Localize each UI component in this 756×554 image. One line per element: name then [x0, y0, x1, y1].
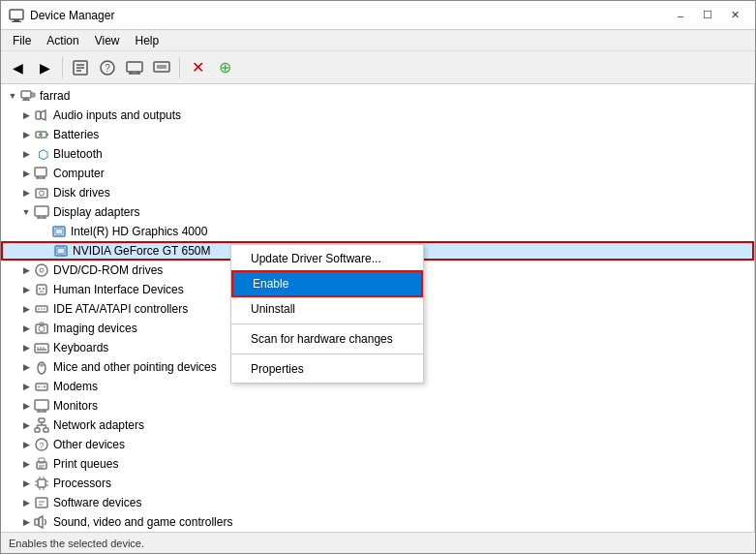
root-toggle[interactable]: ▼ — [5, 88, 20, 104]
svg-rect-90 — [36, 498, 47, 508]
window-controls: – ☐ ✕ — [668, 6, 747, 25]
toggle-dvd[interactable]: ▶ — [18, 262, 34, 278]
menu-bar: File Action View Help — [1, 30, 755, 51]
toggle-computer[interactable]: ▶ — [18, 166, 34, 181]
svg-rect-38 — [57, 248, 65, 254]
ctx-item-properties[interactable]: Properties — [231, 357, 423, 381]
icon-keyboards — [34, 340, 49, 355]
svg-point-62 — [41, 386, 43, 388]
toggle-print[interactable]: ▶ — [18, 456, 34, 472]
icon-dvd — [34, 262, 49, 278]
menu-file[interactable]: File — [5, 32, 39, 49]
toggle-processors[interactable]: ▶ — [18, 476, 34, 491]
label-imaging: Imaging devices — [53, 322, 137, 335]
icon-ide — [34, 301, 49, 317]
toggle-other[interactable]: ▶ — [18, 437, 34, 452]
root-icon — [20, 88, 36, 104]
toggle-monitors[interactable]: ▶ — [18, 398, 34, 414]
toggle-imaging[interactable]: ▶ — [18, 321, 34, 336]
svg-rect-81 — [38, 479, 45, 487]
label-software: Software devices — [53, 496, 141, 509]
minimize-button[interactable]: – — [668, 6, 693, 25]
toolbar-back[interactable]: ◀ — [5, 55, 30, 80]
tree-item-disk[interactable]: ▶ Disk drives — [1, 183, 754, 202]
svg-rect-29 — [36, 189, 47, 198]
toggle-hid[interactable]: ▶ — [18, 282, 34, 297]
toggle-network[interactable]: ▶ — [18, 417, 34, 433]
menu-help[interactable]: Help — [128, 32, 167, 49]
label-mice: Mice and other pointing devices — [53, 360, 217, 374]
label-intel: Intel(R) HD Graphics 4000 — [71, 225, 207, 238]
toggle-ide[interactable]: ▶ — [18, 301, 34, 317]
icon-nvidia — [53, 243, 69, 259]
label-disk: Disk drives — [53, 186, 110, 200]
svg-rect-25 — [35, 168, 46, 176]
tree-item-sound[interactable]: ▶ Sound, video and game controllers — [1, 512, 754, 532]
toolbar-properties[interactable] — [68, 55, 93, 80]
svg-point-43 — [43, 288, 45, 290]
svg-rect-15 — [21, 91, 31, 98]
tree-root[interactable]: ▼ farrad — [1, 86, 754, 106]
svg-rect-41 — [37, 285, 46, 294]
toolbar-disable[interactable]: ✕ — [185, 55, 210, 80]
icon-other: ? — [34, 437, 49, 452]
tree-item-display[interactable]: ▼ Display adapters — [1, 202, 754, 222]
tree-item-software[interactable]: ▶ Software devices — [1, 493, 754, 512]
label-nvidia: NVIDIA GeForce GT 650M — [73, 244, 211, 258]
tree-item-network[interactable]: ▶ Network adapters — [1, 416, 754, 435]
tree-item-monitors[interactable]: ▶ Monitors — [1, 396, 754, 416]
ctx-item-uninstall[interactable]: Uninstall — [231, 297, 423, 321]
tree-item-intel[interactable]: Intel(R) HD Graphics 4000 — [1, 222, 754, 241]
toggle-software[interactable]: ▶ — [18, 495, 34, 510]
status-text: Enables the selected device. — [9, 538, 144, 549]
toggle-sound[interactable]: ▶ — [18, 514, 34, 530]
svg-point-40 — [40, 268, 44, 272]
toggle-audio[interactable]: ▶ — [18, 108, 34, 123]
close-button[interactable]: ✕ — [722, 6, 747, 25]
label-display: Display adapters — [53, 205, 139, 219]
app-icon — [9, 8, 24, 23]
toggle-mice[interactable]: ▶ — [18, 359, 34, 375]
icon-computer — [34, 166, 49, 181]
toolbar-update[interactable]: ? — [95, 55, 120, 80]
toolbar-scan[interactable] — [122, 55, 147, 80]
toolbar-enable[interactable]: ⊕ — [212, 55, 237, 80]
toolbar-sep-1 — [62, 57, 63, 78]
menu-view[interactable]: View — [87, 32, 128, 49]
tree-item-computer[interactable]: ▶ Computer — [1, 164, 754, 183]
svg-rect-36 — [55, 229, 63, 234]
tree-item-bluetooth[interactable]: ▶ ⬡ Bluetooth — [1, 144, 754, 164]
tree-item-processors[interactable]: ▶ Processors — [1, 474, 754, 493]
icon-modems — [34, 379, 49, 394]
ctx-item-scan[interactable]: Scan for hardware changes — [231, 327, 423, 351]
svg-text:⬡: ⬡ — [38, 147, 48, 162]
toggle-display[interactable]: ▼ — [18, 204, 34, 220]
icon-sound — [34, 514, 49, 530]
toggle-batteries[interactable]: ▶ — [18, 127, 34, 142]
label-audio: Audio inputs and outputs — [53, 108, 181, 122]
toggle-bluetooth[interactable]: ▶ — [18, 146, 34, 162]
title-bar: Device Manager – ☐ ✕ — [1, 1, 755, 30]
svg-rect-52 — [35, 344, 48, 353]
toggle-disk[interactable]: ▶ — [18, 185, 34, 200]
toggle-nvidia — [38, 243, 53, 259]
toolbar-forward[interactable]: ▶ — [32, 55, 57, 80]
toolbar-show-hidden[interactable] — [149, 55, 174, 80]
label-monitors: Monitors — [53, 399, 98, 413]
maximize-button[interactable]: ☐ — [695, 6, 720, 25]
menu-action[interactable]: Action — [39, 32, 86, 49]
ctx-item-update[interactable]: Update Driver Software... — [231, 247, 423, 270]
icon-network — [34, 417, 49, 433]
tree-item-print[interactable]: ▶ Print queues — [1, 454, 754, 474]
svg-rect-31 — [35, 206, 48, 216]
tree-item-batteries[interactable]: ▶ Batteries — [1, 125, 754, 144]
label-dvd: DVD/CD-ROM drives — [53, 263, 163, 277]
svg-text:?: ? — [39, 441, 44, 450]
tree-item-other[interactable]: ▶ ? Other devices — [1, 435, 754, 454]
main-content: ▼ farrad ▶ Audio inputs and outputs — [1, 84, 755, 532]
toggle-modems[interactable]: ▶ — [18, 379, 34, 394]
ctx-item-enable[interactable]: Enable — [231, 270, 423, 297]
tree-item-audio[interactable]: ▶ Audio inputs and outputs — [1, 106, 754, 125]
svg-rect-1 — [14, 19, 19, 21]
toggle-keyboards[interactable]: ▶ — [18, 340, 34, 355]
